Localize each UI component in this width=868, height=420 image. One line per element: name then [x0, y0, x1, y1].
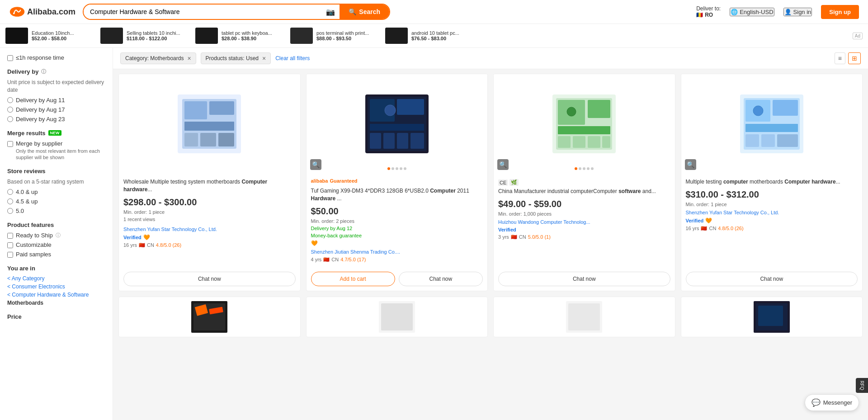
nav-computer-hardware[interactable]: < Computer Hardware & Software — [7, 292, 105, 298]
customizable-label: Customizable — [16, 241, 52, 248]
grid-view-icon: ⊞ — [852, 55, 857, 62]
guaranteed-text-2: Guaranteed — [330, 178, 357, 184]
price-title: Price — [7, 313, 105, 320]
delivery-aug23[interactable]: Delivery by Aug 23 — [7, 116, 105, 123]
status-filter-close[interactable]: × — [262, 55, 266, 62]
dot-3-2 — [579, 167, 581, 170]
supplier-link-2[interactable]: Shenzhen Jiutian Shenma Trading Co.... — [311, 249, 401, 255]
response-time-checkbox-item[interactable]: ≤1h response time — [7, 54, 105, 61]
header: Alibaba.com 📷 🔍 Search Deliver to: 🇷🇴 RO… — [0, 0, 868, 24]
svg-rect-26 — [573, 136, 585, 148]
logo[interactable]: Alibaba.com — [9, 5, 75, 19]
product-title-1: Wholesale Multiple testing system mother… — [123, 178, 296, 193]
supplier-years-2: 4 yrs — [311, 257, 322, 262]
delivery-aug17-radio[interactable] — [7, 107, 13, 113]
clear-all-filters-button[interactable]: Clear all filters — [275, 55, 310, 61]
strip-product-2[interactable]: Selling tablets 10 inchi... $118.00 - $1… — [100, 28, 191, 44]
response-time-label: ≤1h response time — [16, 54, 64, 61]
product-small-img-1 — [191, 301, 227, 333]
language-button[interactable]: 🌐 English-USD — [730, 8, 774, 16]
strip-product-img-1 — [5, 28, 28, 44]
rating-5[interactable]: 5.0 — [7, 208, 105, 214]
chat-button-2[interactable]: Chat now — [399, 272, 483, 286]
delivery-by-title: Delivery by ⓘ — [7, 68, 105, 75]
delivery-tag-2: Delivery by Aug 12 — [311, 226, 483, 231]
supplier-meta-1: 16 yrs 🇨🇳 CN 4.8/5.0 (26) — [123, 242, 296, 248]
chat-button-4[interactable]: Chat now — [686, 272, 858, 286]
list-view-icon: ≡ — [838, 55, 842, 62]
svg-point-19 — [385, 105, 396, 116]
chat-button-3[interactable]: Chat now — [498, 272, 670, 286]
rating-4up-radio[interactable] — [7, 189, 13, 195]
merge-supplier-desc: Only the most relevant item from each su… — [16, 148, 105, 161]
add-to-cart-button-2[interactable]: Add to cart — [311, 272, 395, 286]
rfq-button[interactable]: RFQ — [856, 378, 868, 393]
store-reviews-note: Based on a 5-star rating system — [7, 178, 105, 186]
strip-product-price-4: $88.00 - $93.50 — [316, 36, 369, 41]
nav-motherboards[interactable]: Motherboards — [7, 300, 105, 306]
verified-badge-4: Verified 🧡 — [686, 217, 858, 224]
merge-supplier-checkbox-item[interactable]: Merge by supplier Only the most relevant… — [7, 140, 105, 161]
product-img-area-2: 🔍 — [307, 74, 488, 174]
strip-product-info-4: pos terminal with print... $88.00 - $93.… — [316, 30, 369, 41]
paid-samples-checkbox[interactable] — [7, 252, 13, 258]
messenger-button[interactable]: 💬 Messenger — [805, 394, 859, 411]
delivery-aug11[interactable]: Delivery by Aug 11 — [7, 97, 105, 104]
supplier-link-3[interactable]: Huizhou Wandong Computer Technolog... — [498, 219, 590, 225]
supplier-meta-3: 3 yrs 🇨🇳 CN 5.0/5.0 (1) — [498, 234, 670, 240]
merge-supplier-checkbox[interactable] — [7, 141, 13, 147]
product-moq-2: Min. order: 2 pieces — [311, 218, 483, 224]
img-search-icon-4[interactable]: 🔍 — [685, 159, 696, 170]
delivery-aug11-radio[interactable] — [7, 97, 13, 103]
img-search-icon-2[interactable]: 🔍 — [310, 159, 321, 170]
chat-button-1[interactable]: Chat now — [123, 272, 296, 286]
category-filter-close[interactable]: × — [187, 55, 191, 62]
ready-to-ship-info-icon: ⓘ — [56, 232, 61, 239]
strip-product-5[interactable]: android 10 tablet pc... $76.50 - $83.00 — [385, 28, 476, 44]
product-img-area-4: 🔍 — [681, 74, 863, 174]
product-img-area-3: 🔍 — [494, 74, 675, 174]
rating-45up[interactable]: 4.5 & up — [7, 198, 105, 205]
product-card-small-3 — [493, 297, 675, 337]
rating-45up-radio[interactable] — [7, 198, 13, 204]
nav-consumer-electronics[interactable]: < Consumer Electronics — [7, 283, 105, 290]
rating-5-radio[interactable] — [7, 208, 13, 214]
sign-in-button[interactable]: 👤 Sign in — [783, 8, 812, 16]
img-search-icon-3[interactable]: 🔍 — [497, 159, 509, 170]
svg-point-38 — [753, 106, 763, 116]
supplier-meta-4: 16 yrs 🇨🇳 CN 4.8/5.0 (26) — [686, 226, 858, 231]
ready-to-ship-checkbox[interactable] — [7, 233, 13, 239]
search-button[interactable]: 🔍 Search — [340, 5, 389, 19]
delivery-aug17[interactable]: Delivery by Aug 17 — [7, 106, 105, 113]
product-small-img-2 — [379, 301, 415, 333]
nav-any-category[interactable]: < Any Category — [7, 275, 105, 282]
sidebar-response-time: ≤1h response time — [7, 54, 105, 61]
supplier-link-4[interactable]: Shenzhen Yufan Star Technology Co., Ltd. — [686, 210, 779, 215]
response-time-checkbox[interactable] — [7, 55, 13, 61]
customizable-item[interactable]: Customizable — [7, 241, 105, 248]
strip-product-4[interactable]: pos terminal with print... $88.00 - $93.… — [290, 28, 381, 44]
supplier-rating-4: 4.8/5.0 (26) — [718, 226, 743, 231]
supplier-link-1[interactable]: Shenzhen Yufan Star Technology Co., Ltd. — [123, 227, 217, 232]
customizable-checkbox[interactable] — [7, 242, 13, 248]
strip-product-1[interactable]: Education 10inch... $52.00 - $58.00 — [5, 28, 96, 44]
grid-view-button[interactable]: ⊞ — [848, 52, 861, 64]
product-image-3 — [552, 94, 616, 153]
delivery-aug23-radio[interactable] — [7, 116, 13, 122]
sign-up-button[interactable]: Sign up — [821, 5, 859, 19]
product-title-4: Multiple testing computer motherboards C… — [686, 178, 858, 186]
sidebar-delivery-by: Delivery by ⓘ Unit price is subject to e… — [7, 68, 105, 123]
verified-text-1: Verified — [123, 235, 142, 240]
supplier-years-4: 16 yrs — [686, 226, 699, 231]
merge-results-title: Merge results NEW — [7, 130, 105, 137]
camera-search-button[interactable]: 📷 — [321, 8, 340, 16]
strip-product-3[interactable]: tablet pc with keyboa... $28.00 - $38.90 — [195, 28, 286, 44]
flag-cn-2: 🇨🇳 — [323, 257, 330, 263]
search-input[interactable] — [84, 5, 321, 19]
product-price-4: $310.00 - $312.00 — [686, 189, 858, 200]
list-view-button[interactable]: ≡ — [835, 52, 845, 64]
rating-4up[interactable]: 4.0 & up — [7, 189, 105, 195]
paid-samples-item[interactable]: Paid samples — [7, 251, 105, 258]
strip-product-img-3 — [195, 28, 218, 44]
ready-to-ship-item[interactable]: Ready to Ship ⓘ — [7, 232, 105, 239]
